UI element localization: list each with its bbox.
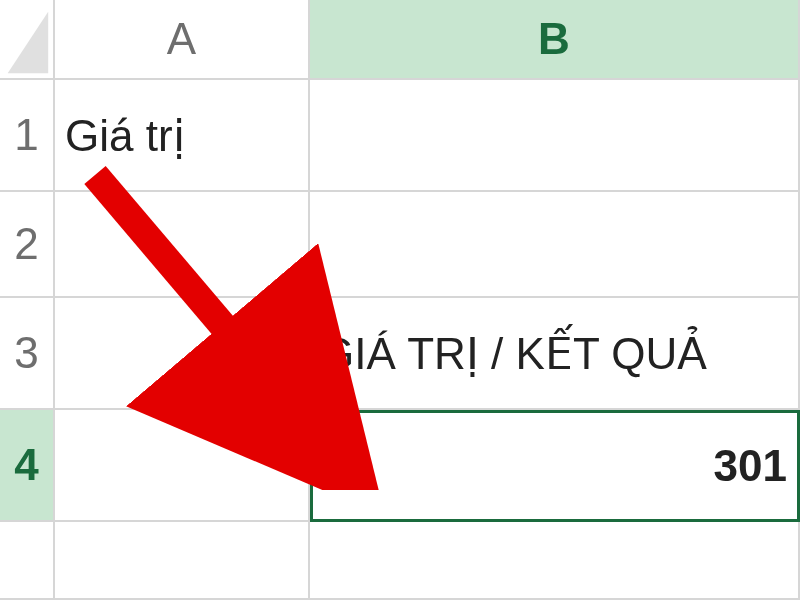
cell-A2[interactable] — [55, 192, 310, 298]
cell-A3[interactable] — [55, 298, 310, 410]
row-header-5[interactable] — [0, 522, 55, 600]
cell-B3[interactable]: GIÁ TRỊ / KẾT QUẢ — [310, 298, 800, 410]
spreadsheet: A B 1 2 3 4 Giá trị GIÁ TRỊ / KẾT QUẢ 30… — [0, 0, 800, 600]
row-header-4[interactable]: 4 — [0, 410, 55, 522]
column-header-A[interactable]: A — [55, 0, 310, 80]
cell-A5[interactable] — [55, 522, 310, 600]
row-header-1[interactable]: 1 — [0, 80, 55, 192]
cell-B4[interactable]: 301 — [310, 410, 800, 522]
row-header-3[interactable]: 3 — [0, 298, 55, 410]
row-header-2[interactable]: 2 — [0, 192, 55, 298]
column-header-B[interactable]: B — [310, 0, 800, 80]
select-all-corner[interactable] — [0, 0, 55, 80]
svg-marker-0 — [8, 12, 48, 73]
cell-A1[interactable]: Giá trị — [55, 80, 310, 192]
cell-B1[interactable] — [310, 80, 800, 192]
cell-B2[interactable] — [310, 192, 800, 298]
cell-A4[interactable] — [55, 410, 310, 522]
cell-B5[interactable] — [310, 522, 800, 600]
